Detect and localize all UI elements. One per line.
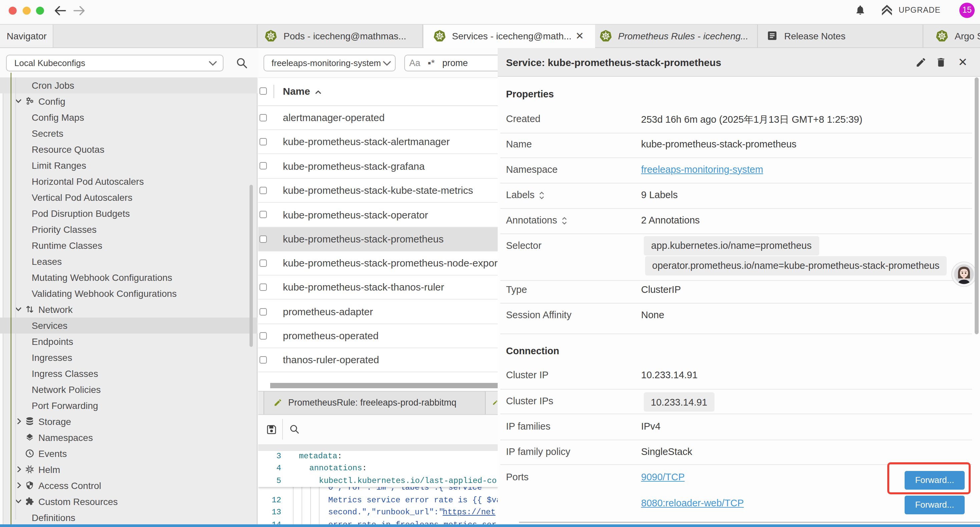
svg-text:HELM: HELM	[27, 468, 33, 470]
